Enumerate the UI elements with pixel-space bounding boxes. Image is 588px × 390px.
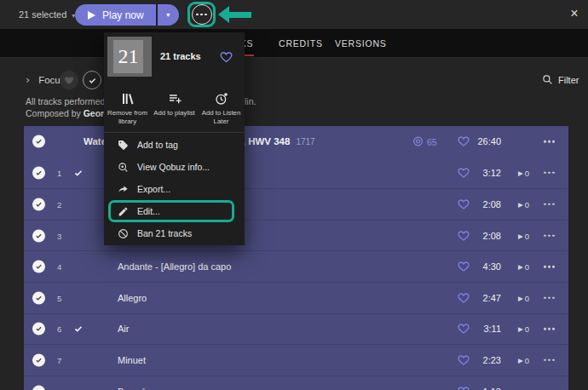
work-duration: 26:40	[469, 136, 501, 146]
row-selected-check[interactable]	[32, 198, 45, 210]
track-title: Andante - [Allegro] da capo	[118, 261, 231, 272]
track-number: 3	[57, 231, 61, 240]
row-selected-check[interactable]	[32, 385, 45, 390]
export-icon	[118, 184, 129, 195]
menu-item[interactable]: Ban 21 tracks	[104, 222, 245, 244]
menu-action-button[interactable]: Add to playlist	[151, 92, 198, 126]
row-selected-check[interactable]	[32, 261, 45, 273]
heart-outline-icon[interactable]	[458, 261, 470, 272]
table-row[interactable]: 7 Minuet 2:23 ▶0	[24, 344, 568, 376]
library-icon	[121, 92, 135, 106]
play-icon: ▶	[518, 263, 523, 271]
play-split-button: Play now ▾	[75, 4, 179, 26]
table-row[interactable]: 4 Andante - [Allegro] da capo 4:30 ▶0	[24, 250, 568, 282]
menu-item[interactable]: View Qobuz info...	[104, 156, 245, 178]
check-icon	[35, 169, 43, 176]
menu-divider	[104, 132, 245, 133]
heart-outline-icon[interactable]	[458, 167, 470, 178]
track-title: Allegro	[118, 293, 147, 303]
row-selected-check[interactable]	[32, 291, 45, 304]
work-year: 1717	[296, 137, 314, 146]
track-number: 2	[57, 199, 61, 209]
ban-icon	[118, 228, 129, 239]
check-icon	[35, 232, 43, 239]
heart-outline-icon[interactable]	[220, 51, 233, 63]
play-icon: ▶	[518, 325, 523, 333]
check-icon	[35, 325, 43, 333]
menu-item[interactable]: Export...	[104, 178, 245, 200]
tab-credits[interactable]: CREDITS	[279, 29, 323, 58]
track-number: 6	[57, 324, 61, 334]
picks-filter-button[interactable]	[83, 71, 101, 89]
row-selected-check[interactable]	[32, 323, 45, 336]
play-count: ▶0	[518, 293, 529, 302]
more-options-button[interactable]	[192, 4, 212, 25]
row-more-button[interactable]	[544, 266, 555, 268]
play-count: ▶0	[518, 387, 529, 390]
play-now-button[interactable]: Play now	[75, 4, 156, 26]
table-row[interactable]: 5 Allegro 2:47 ▶0	[24, 282, 568, 313]
play-icon: ▶	[518, 356, 523, 364]
play-icon: ▶	[518, 294, 523, 301]
close-icon[interactable]: ×	[565, 0, 584, 29]
check-icon	[88, 76, 97, 85]
track-duration: 2:47	[469, 293, 501, 303]
tag-icon	[118, 140, 129, 151]
row-selected-check[interactable]	[32, 353, 45, 366]
row-more-button[interactable]	[544, 204, 555, 206]
menu-items: Add to tag View Qobuz info... Export... …	[104, 134, 245, 244]
check-icon	[35, 294, 43, 301]
favorites-filter-button[interactable]	[60, 71, 78, 89]
chevron-right-icon: ›	[26, 73, 30, 86]
heart-outline-icon[interactable]	[458, 324, 470, 335]
row-more-button[interactable]	[544, 359, 555, 362]
check-icon	[35, 263, 43, 271]
play-count: ▶0	[518, 168, 529, 177]
table-row[interactable]: 6 Air 3:11 ▶0	[24, 313, 568, 345]
heart-outline-icon[interactable]	[458, 136, 470, 147]
filter-button[interactable]: Filter	[542, 74, 579, 85]
heart-outline-icon[interactable]	[458, 230, 470, 241]
play-icon	[88, 11, 95, 20]
menu-action-button[interactable]: Add to Listen Later	[198, 92, 245, 126]
album-art: 21	[113, 40, 143, 73]
track-number: 5	[57, 293, 61, 302]
table-row[interactable]: 8 Bourrée 1:18 ▶0	[24, 376, 568, 390]
row-more-button[interactable]	[544, 141, 555, 143]
row-more-button[interactable]	[544, 328, 555, 330]
popularity-icon	[412, 136, 424, 147]
listen-later-icon	[215, 92, 228, 106]
heart-outline-icon[interactable]	[458, 198, 470, 209]
context-menu: 21 21 tracks Remove from library Add to …	[104, 32, 245, 245]
qobuz-icon	[118, 162, 129, 173]
track-duration: 1:18	[469, 387, 501, 390]
track-duration: 3:12	[469, 168, 501, 178]
heart-outline-icon[interactable]	[458, 386, 470, 390]
check-icon	[73, 324, 84, 334]
heart-outline-icon[interactable]	[458, 292, 470, 303]
tab-versions[interactable]: VERSIONS	[335, 29, 387, 58]
row-more-button[interactable]	[544, 297, 555, 300]
heart-outline-icon[interactable]	[458, 354, 470, 365]
row-more-button[interactable]	[544, 172, 555, 175]
track-number: 8	[57, 387, 61, 390]
track-duration: 2:23	[469, 355, 501, 365]
play-count: ▶0	[518, 355, 529, 364]
row-selected-check[interactable]	[32, 135, 45, 148]
check-icon	[35, 356, 43, 364]
play-options-dropdown[interactable]: ▾	[158, 4, 179, 26]
app-window: Water Music Suite No. 1 in F Major, HWV …	[0, 0, 588, 390]
row-more-button[interactable]	[544, 234, 555, 237]
selection-count-dropdown[interactable]: 21 selected▾	[19, 0, 75, 29]
check-icon	[35, 200, 43, 208]
menu-title: 21 tracks	[160, 51, 201, 61]
check-icon	[35, 138, 43, 146]
menu-item[interactable]: Edit...	[104, 200, 245, 222]
track-number: 7	[57, 355, 61, 364]
play-count: ▶0	[518, 199, 529, 209]
menu-item[interactable]: Add to tag	[104, 134, 245, 156]
row-selected-check[interactable]	[32, 229, 45, 242]
annotation-highlight-box	[108, 200, 234, 222]
menu-action-button[interactable]: Remove from library	[104, 92, 151, 126]
row-selected-check[interactable]	[32, 166, 45, 179]
